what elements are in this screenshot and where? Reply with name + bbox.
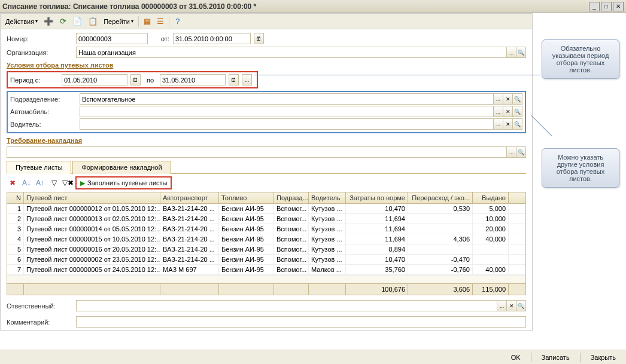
calendar-to-icon[interactable]: 🗓: [229, 74, 239, 85]
col-issued[interactable]: Выдано: [473, 192, 509, 203]
help-icon[interactable]: ?: [172, 16, 184, 27]
save-record-button[interactable]: Записать: [536, 352, 575, 363]
driver-lookup-icon[interactable]: 🔍: [512, 118, 522, 130]
actions-menu[interactable]: Действия: [3, 16, 40, 27]
invoice-select-icon[interactable]: ...: [506, 146, 516, 158]
auto-clear-icon[interactable]: ✕: [503, 106, 513, 117]
cell-auto: ВАЗ-21-214-20 ...: [160, 244, 219, 254]
subdiv-input[interactable]: [80, 93, 494, 105]
col-subdiv[interactable]: Подразд...: [274, 192, 309, 203]
table-row[interactable]: 5Путевой лист 000000016 от 20.05.2010 12…: [7, 244, 525, 255]
sort-desc-icon[interactable]: A↑: [34, 177, 46, 189]
copy-icon[interactable]: 📋: [86, 16, 100, 27]
cell-pl: Путевой лист 000000016 от 20.05.2010 12:…: [24, 244, 160, 254]
table-row[interactable]: 1Путевой лист 000000012 от 01.05.2010 12…: [7, 204, 525, 214]
responsible-label: Ответственный:: [7, 302, 72, 310]
fill-waybills-button[interactable]: ▶ Заполнить путевые листы: [75, 176, 172, 189]
tab-invoice-form[interactable]: Формирование накладной: [72, 161, 171, 174]
tpl-icon[interactable]: ▦: [141, 16, 153, 27]
minimize-button[interactable]: _: [589, 2, 600, 11]
ok-button[interactable]: OK: [506, 352, 526, 363]
cell-drv: Кутузов ...: [309, 255, 346, 264]
period-select-icon[interactable]: ...: [242, 74, 252, 85]
cell-fuel: Бензин АИ-95: [219, 224, 274, 234]
add-icon[interactable]: ➕: [41, 16, 56, 27]
period-to-input[interactable]: [160, 74, 226, 85]
table-row[interactable]: 7Путевой лист 000000005 от 24.05.2010 12…: [7, 265, 525, 275]
cell-fuel: Бензин АИ-95: [219, 265, 274, 274]
list-icon[interactable]: ☰: [154, 16, 166, 27]
col-driver[interactable]: Водитель: [309, 192, 346, 203]
cell-out: 10,000: [473, 214, 509, 224]
cell-out: [473, 244, 509, 254]
doc-icon[interactable]: 📄: [70, 16, 84, 27]
subdiv-select-icon[interactable]: ...: [493, 93, 503, 105]
table-row[interactable]: 4Путевой лист 000000015 от 10.05.2010 12…: [7, 234, 525, 244]
cell-out: 20,000: [473, 224, 509, 234]
callout-period: Обязательно указываем период отбора путе…: [542, 39, 619, 79]
cell-over: 0,530: [408, 204, 473, 213]
col-norm[interactable]: Затраты по норме: [346, 192, 408, 203]
navigate-menu[interactable]: Перейти: [101, 16, 136, 27]
calendar-icon[interactable]: 🗓: [254, 33, 264, 44]
cell-auto: ВАЗ-21-214-20 ...: [160, 214, 219, 224]
org-input[interactable]: [76, 47, 507, 58]
close-button[interactable]: ✕: [613, 2, 624, 11]
period-from-input[interactable]: [62, 74, 127, 85]
cell-auto: ВАЗ-21-214-20 ...: [160, 255, 219, 264]
fill-waybills-label: Заполнить путевые листы: [87, 179, 167, 186]
driver-input[interactable]: [80, 118, 494, 130]
cell-pl: Путевой лист 000000012 от 01.05.2010 12:…: [24, 204, 160, 213]
col-waybill[interactable]: Путевой лист: [24, 192, 160, 203]
cell-n: 2: [7, 214, 24, 224]
resp-lookup-icon[interactable]: 🔍: [516, 300, 526, 311]
table-row[interactable]: 2Путевой лист 000000013 от 02.05.2010 12…: [7, 214, 525, 224]
subdiv-label: Подразделение:: [10, 96, 76, 103]
col-over[interactable]: Перерасход / эко...: [408, 192, 473, 203]
close-form-button[interactable]: Закрыть: [585, 352, 621, 363]
clear-filter-icon[interactable]: ▽✖: [62, 177, 74, 189]
invoice-lookup-icon[interactable]: 🔍: [516, 146, 526, 158]
date-input[interactable]: [173, 33, 251, 44]
auto-lookup-icon[interactable]: 🔍: [512, 106, 522, 117]
responsible-input[interactable]: [76, 300, 497, 311]
filter-icon[interactable]: ▽: [48, 177, 60, 189]
cell-over: [408, 224, 473, 234]
col-fuel[interactable]: Топливо: [219, 192, 274, 203]
lookup-icon[interactable]: 🔍: [516, 47, 526, 58]
cell-nrm: 8,894: [346, 244, 408, 254]
total-over: 3,606: [408, 284, 473, 295]
select-icon[interactable]: ...: [506, 47, 516, 58]
play-icon: ▶: [80, 179, 85, 187]
refresh-icon[interactable]: ⟳: [57, 16, 69, 27]
total-issued: 115,000: [473, 284, 509, 295]
resp-clear-icon[interactable]: ✕: [506, 300, 516, 311]
calendar-from-icon[interactable]: 🗓: [130, 74, 141, 85]
invoice-input[interactable]: [7, 146, 507, 158]
cell-pod: Вспомог...: [274, 265, 309, 274]
delete-row-icon[interactable]: ✖: [7, 177, 19, 189]
cell-pod: Вспомог...: [274, 255, 309, 264]
col-transport[interactable]: Автотранспорт: [160, 192, 219, 203]
auto-select-icon[interactable]: ...: [493, 106, 503, 117]
resp-select-icon[interactable]: ...: [497, 300, 507, 311]
grid-footer: 100,676 3,606 115,000: [7, 283, 525, 295]
driver-select-icon[interactable]: ...: [493, 118, 503, 130]
sort-asc-icon[interactable]: A↓: [20, 177, 32, 189]
number-input[interactable]: [76, 33, 148, 44]
tab-waybills[interactable]: Путевые листы: [7, 161, 71, 174]
subdiv-lookup-icon[interactable]: 🔍: [512, 93, 522, 105]
auto-input[interactable]: [80, 106, 494, 117]
driver-clear-icon[interactable]: ✕: [503, 118, 513, 130]
cell-nrm: 11,694: [346, 214, 408, 224]
cell-drv: Кутузов ...: [309, 214, 346, 224]
col-n[interactable]: N: [7, 192, 24, 203]
cell-auto: ВАЗ-21-214-20 ...: [160, 224, 219, 234]
table-row[interactable]: 3Путевой лист 000000014 от 05.05.2010 12…: [7, 224, 525, 234]
comment-input[interactable]: [76, 316, 526, 328]
titlebar: Списание топлива: Списание топлива 00000…: [0, 0, 626, 13]
maximize-button[interactable]: □: [601, 2, 612, 11]
subdiv-clear-icon[interactable]: ✕: [503, 93, 513, 105]
table-row[interactable]: 6Путевой лист 000000002 от 23.05.2010 12…: [7, 255, 525, 265]
org-label: Организация:: [7, 49, 72, 56]
